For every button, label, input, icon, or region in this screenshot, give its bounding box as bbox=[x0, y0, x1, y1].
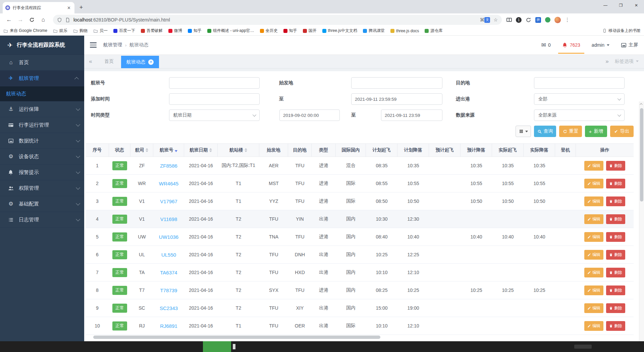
columns-toggle-button[interactable] bbox=[516, 126, 531, 137]
sort-carets-icon[interactable] bbox=[209, 148, 212, 152]
export-button[interactable]: ✔ 导出 bbox=[610, 126, 634, 137]
delete-button[interactable]: 删除 bbox=[606, 303, 625, 313]
sidebar-item-users[interactable]: 权限管理 bbox=[0, 180, 84, 196]
sort-carets-icon[interactable] bbox=[245, 148, 247, 152]
bookmark-item[interactable]: 知乎 bbox=[283, 28, 297, 34]
messages-button[interactable]: ✉ 0 bbox=[541, 42, 551, 49]
tab-close-icon[interactable]: ✕ bbox=[148, 59, 154, 65]
reload-button[interactable] bbox=[27, 15, 37, 25]
add-time-to-input[interactable] bbox=[351, 93, 442, 105]
home-button[interactable]: ⌂ bbox=[39, 15, 48, 25]
flight-number-link[interactable]: RJ6891 bbox=[160, 323, 177, 329]
flight-number-link[interactable]: V17967 bbox=[160, 199, 177, 204]
split-screen-icon[interactable] bbox=[506, 18, 512, 22]
date-from-input[interactable]: 2019-09-02 00:00 bbox=[279, 109, 340, 121]
port-select[interactable]: 全部 bbox=[534, 93, 625, 105]
new-tab-button[interactable]: + bbox=[76, 3, 86, 12]
bookmark-item[interactable]: 微博 bbox=[168, 28, 182, 34]
edit-button[interactable]: 编辑 bbox=[584, 250, 603, 260]
close-button[interactable]: ✕ bbox=[629, 0, 644, 11]
flight-number-link[interactable]: V11698 bbox=[160, 216, 177, 222]
scroll-up-icon[interactable] bbox=[639, 101, 644, 107]
bookmark-item[interactable]: 知乎 bbox=[188, 28, 202, 34]
back-button[interactable]: ← bbox=[4, 15, 14, 25]
edit-button[interactable]: 编辑 bbox=[584, 268, 603, 277]
vertical-scrollbar[interactable] bbox=[639, 101, 644, 341]
tab-close-icon[interactable]: ✕ bbox=[66, 5, 72, 10]
column-header[interactable]: 航站楼 bbox=[218, 143, 259, 157]
edit-button[interactable]: 编辑 bbox=[584, 321, 603, 331]
taskbar-item[interactable] bbox=[574, 345, 592, 349]
bookmark-item[interactable]: 腾讯课堂 bbox=[363, 28, 385, 34]
forward-button[interactable]: → bbox=[16, 15, 25, 25]
edit-button[interactable]: 编辑 bbox=[584, 161, 603, 171]
breadcrumb-parent[interactable]: 航班管理 bbox=[103, 42, 122, 48]
query-button[interactable]: 查询 bbox=[534, 126, 556, 137]
pinyin-extension-icon[interactable]: 拼 bbox=[535, 17, 541, 23]
sidebar-item-gears[interactable]: ⚙设备状态 bbox=[0, 149, 84, 165]
main-screen-button[interactable]: 主屏 bbox=[621, 42, 638, 48]
date-to-input[interactable]: 2021-09-11 23:59 bbox=[381, 109, 442, 121]
horizontal-scrollbar-thumb[interactable] bbox=[93, 336, 380, 339]
flight-number-link[interactable]: ZF8586 bbox=[160, 163, 177, 169]
profile-avatar[interactable] bbox=[554, 17, 561, 23]
tab-options-button[interactable]: 标签选项 bbox=[613, 54, 644, 68]
bookmark-item[interactable]: 全历史 bbox=[260, 28, 278, 34]
delete-button[interactable]: 删除 bbox=[606, 232, 625, 242]
column-header[interactable]: 航班号 bbox=[153, 143, 184, 157]
tab-flight-dynamics[interactable]: 航班动态 ✕ bbox=[121, 56, 159, 68]
sidebar-item-bell[interactable]: 报警提示 bbox=[0, 165, 84, 180]
reset-button[interactable]: 重置 bbox=[559, 126, 582, 137]
sidebar-item-list[interactable]: 日志管理 bbox=[0, 212, 84, 228]
add-time-input[interactable] bbox=[169, 93, 260, 105]
delete-button[interactable]: 删除 bbox=[606, 196, 625, 206]
minimize-button[interactable]: — bbox=[598, 0, 613, 11]
taskbar-green-item[interactable] bbox=[203, 341, 231, 352]
bookmark-item[interactable]: 来自 Google Chrome bbox=[3, 28, 47, 34]
bookmark-item[interactable]: 组件概述 - uni-app官… bbox=[207, 28, 254, 34]
edit-button[interactable]: 编辑 bbox=[584, 232, 603, 242]
extension-icon[interactable] bbox=[545, 17, 550, 23]
mobile-bookmarks[interactable]: 移动设备上的书签 bbox=[602, 28, 641, 34]
browser-tab[interactable]: 行李全流程跟踪 ✕ bbox=[3, 2, 74, 13]
sidebar-item-home[interactable]: ⌂首页 bbox=[0, 55, 84, 71]
sidebar-item-anchor[interactable]: ⚓运行保障 bbox=[0, 101, 84, 117]
edit-button[interactable]: 编辑 bbox=[584, 285, 603, 295]
flight-number-link[interactable]: UL550 bbox=[161, 252, 176, 258]
tab-home[interactable]: 首页 bbox=[97, 54, 121, 68]
flight-number-link[interactable]: TA6374 bbox=[160, 270, 177, 275]
flight-no-input[interactable] bbox=[169, 77, 260, 89]
tabs-scroll-right-icon[interactable]: » bbox=[601, 54, 613, 68]
sort-desc-icon[interactable] bbox=[175, 148, 177, 152]
sort-carets-icon[interactable] bbox=[146, 148, 148, 152]
flight-number-link[interactable]: UW1036 bbox=[159, 234, 178, 240]
bookmark-item[interactable]: 吾爱破解 bbox=[141, 28, 163, 34]
tabs-scroll-left-icon[interactable]: « bbox=[84, 54, 97, 68]
edit-button[interactable]: 编辑 bbox=[584, 196, 603, 206]
edit-button[interactable]: 编辑 bbox=[584, 214, 603, 224]
browser-menu-icon[interactable]: ⋮ bbox=[565, 17, 570, 23]
ime-icon[interactable]: ⌘ bbox=[480, 17, 484, 23]
sidebar-item-gear[interactable]: ⚙基础配置 bbox=[0, 196, 84, 212]
bookmark-item[interactable]: 源仓库 bbox=[425, 28, 442, 34]
extension-badge-icon[interactable]: 1 bbox=[516, 17, 522, 23]
edit-button[interactable]: 编辑 bbox=[584, 303, 603, 313]
bookmark-item[interactable]: 娱乐 bbox=[53, 28, 67, 34]
alarms-button[interactable]: 7623 bbox=[562, 42, 580, 48]
user-menu[interactable]: admin bbox=[592, 42, 609, 48]
time-type-select[interactable]: 航班日期 bbox=[169, 109, 260, 121]
column-header[interactable]: 航班日期 bbox=[184, 143, 218, 157]
maximize-button[interactable]: ❐ bbox=[613, 0, 629, 11]
bookmark-item[interactable]: 贝一 bbox=[93, 28, 108, 34]
sidebar-item-card[interactable]: 行李运行管理 bbox=[0, 117, 84, 133]
bookmark-item[interactable]: 国开 bbox=[303, 28, 317, 34]
delete-button[interactable]: 删除 bbox=[606, 321, 625, 331]
delete-button[interactable]: 删除 bbox=[606, 250, 625, 260]
bookmark-item[interactable]: 购物 bbox=[73, 28, 88, 34]
bookmark-star-icon[interactable]: ☆ bbox=[493, 17, 498, 23]
bookmark-item[interactable]: three.js docs bbox=[390, 29, 419, 33]
sidebar-subitem[interactable]: 航班动态 bbox=[0, 86, 84, 101]
flight-number-link[interactable]: WR4645 bbox=[159, 181, 178, 186]
bookmark-item[interactable]: 百度一下 bbox=[113, 28, 135, 34]
delete-button[interactable]: 删除 bbox=[606, 268, 625, 277]
